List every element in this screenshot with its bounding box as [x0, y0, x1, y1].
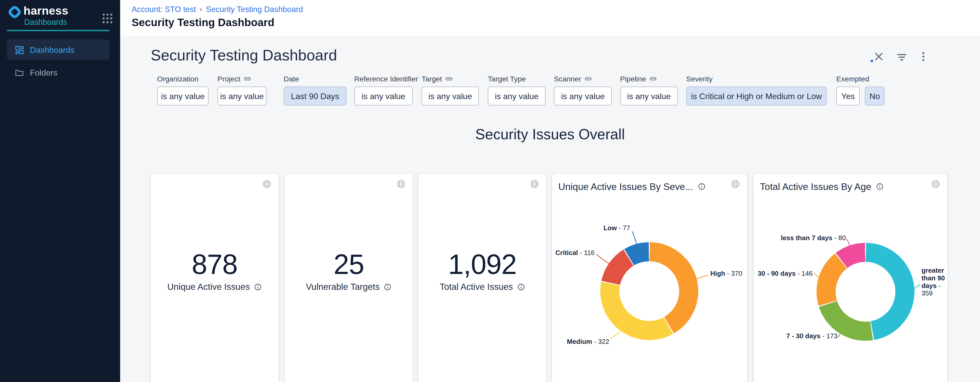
- brand-name: harness: [24, 4, 68, 17]
- breadcrumb-chevron-icon: ›: [200, 5, 202, 13]
- kebab-menu-icon[interactable]: [918, 51, 929, 62]
- link-icon: [584, 75, 592, 83]
- stat-label: Unique Active Issues: [167, 282, 250, 292]
- stat-value: 25: [285, 249, 413, 281]
- sidebar-item-label: Folders: [30, 68, 57, 77]
- filter-label: Organization: [157, 75, 199, 83]
- sidebar-item-folders[interactable]: Folders: [7, 62, 109, 82]
- filter-date: Date Last 90 Days: [283, 74, 347, 106]
- app-grid-icon[interactable]: [102, 13, 113, 24]
- slice-label-30-90-days: 30 - 90 days - 146: [758, 269, 813, 277]
- link-icon: [243, 75, 251, 83]
- breadcrumb-current-link[interactable]: Security Testing Dashboard: [206, 5, 303, 14]
- module-label: Dashboards: [24, 18, 67, 27]
- age-donut-chart[interactable]: [816, 243, 915, 341]
- filter-value-chip[interactable]: is any value: [554, 87, 612, 106]
- brand-header: harness Dashboards: [7, 3, 115, 29]
- breadcrumb-account-link[interactable]: Account: STO test: [132, 5, 196, 14]
- chart-card-issues-by-age: Total Active Issues By Age less than 7 d…: [754, 174, 947, 382]
- breadcrumb: Account: STO test › Security Testing Das…: [132, 5, 303, 14]
- slice-label-greater-than-90-days: greater than 90 days - 359: [921, 266, 945, 297]
- filter-organization: Organization is any value: [157, 74, 208, 106]
- filter-pipeline: Pipeline is any value: [620, 74, 678, 106]
- globe-icon[interactable]: [530, 179, 539, 189]
- sidebar-item-dashboards[interactable]: Dashboards: [7, 40, 109, 60]
- dashboard-content: Security Testing Dashboard Organization …: [120, 36, 980, 382]
- filter-value-chip[interactable]: is any value: [354, 87, 413, 106]
- info-icon[interactable]: [697, 182, 706, 191]
- stat-label: Total Active Issues: [440, 282, 513, 292]
- info-icon[interactable]: [876, 182, 884, 191]
- chart-title: Unique Active Issues By Seve...: [558, 181, 693, 192]
- slice-label-critical: Critical - 116: [555, 249, 595, 256]
- filter-value-chip[interactable]: is any value: [157, 87, 208, 106]
- filter-icon[interactable]: [896, 51, 907, 63]
- dashboards-icon: [14, 45, 24, 54]
- slice-label-7-30-days: 7 - 30 days - 173: [786, 332, 838, 339]
- stat-value: 1,092: [418, 249, 546, 281]
- stat-card-total-active-issues: 1,092 Total Active Issues: [418, 174, 546, 382]
- filter-label: Exempted: [836, 75, 869, 83]
- slice-label-medium: Medium - 322: [567, 338, 609, 345]
- filter-label: Target Type: [488, 75, 526, 83]
- top-bar: Account: STO test › Security Testing Das…: [120, 0, 980, 36]
- filter-label: Project: [218, 75, 240, 83]
- cursor-dot: [871, 60, 873, 62]
- stat-card-unique-active-issues: 878 Unique Active Issues: [151, 174, 278, 382]
- link-icon: [445, 75, 453, 83]
- filter-value-chip[interactable]: is any value: [488, 87, 546, 106]
- slice-label-low: Low - 77: [603, 224, 630, 231]
- filter-target-type: Target Type is any value: [488, 74, 546, 106]
- harness-logo-icon: [8, 5, 22, 19]
- filter-severity: Severity is Critical or High or Medium o…: [686, 74, 827, 106]
- stat-value: 878: [151, 249, 278, 281]
- filter-value-chip[interactable]: is Critical or High or Medium or Low: [686, 87, 827, 106]
- chart-title: Total Active Issues By Age: [760, 181, 872, 192]
- close-icon[interactable]: [873, 51, 885, 62]
- info-icon[interactable]: [383, 283, 391, 291]
- info-icon[interactable]: [517, 283, 525, 291]
- filter-scanner: Scanner is any value: [554, 74, 612, 106]
- filter-reference-identifier: Reference Identifier is any value: [354, 74, 418, 106]
- filter-exempted: Exempted Yes No: [836, 74, 885, 106]
- globe-icon[interactable]: [262, 179, 272, 189]
- filter-value-chip[interactable]: Last 90 Days: [283, 87, 347, 106]
- filter-project: Project is any value: [218, 74, 266, 106]
- stat-label: Vulnerable Targets: [306, 282, 380, 292]
- sidebar-divider: [7, 30, 109, 31]
- filter-target: Target is any value: [422, 74, 479, 106]
- slice-label-high: High - 370: [710, 269, 742, 277]
- filter-value-chip[interactable]: is any value: [422, 87, 479, 106]
- severity-donut-chart[interactable]: [600, 242, 698, 340]
- filter-label: Pipeline: [620, 75, 646, 83]
- filter-label: Reference Identifier: [354, 75, 418, 83]
- page-title: Security Testing Dashboard: [132, 17, 274, 29]
- filter-label: Target: [422, 75, 442, 83]
- dashboard-title: Security Testing Dashboard: [151, 46, 337, 64]
- stat-card-vulnerable-targets: 25 Vulnerable Targets: [285, 174, 413, 382]
- globe-icon[interactable]: [931, 179, 940, 189]
- link-icon: [649, 75, 657, 83]
- filter-value-chip[interactable]: is any value: [620, 87, 678, 106]
- exempted-yes-button[interactable]: Yes: [836, 87, 860, 106]
- sidebar: harness Dashboards Dashboards Folders: [0, 0, 120, 382]
- globe-icon[interactable]: [731, 179, 740, 189]
- globe-icon[interactable]: [396, 179, 406, 189]
- slice-label-less-than-7-days: less than 7 days - 80: [781, 234, 846, 242]
- filter-label: Severity: [686, 75, 713, 83]
- filter-label: Date: [283, 75, 299, 83]
- folder-icon: [14, 68, 24, 77]
- info-icon[interactable]: [254, 283, 262, 291]
- sidebar-item-label: Dashboards: [30, 45, 75, 54]
- section-title: Security Issues Overall: [120, 126, 980, 143]
- filter-value-chip[interactable]: is any value: [218, 87, 266, 106]
- exempted-no-button[interactable]: No: [865, 87, 885, 106]
- filter-label: Scanner: [554, 75, 581, 83]
- chart-card-issues-by-severity: Unique Active Issues By Seve... Low - 77…: [552, 174, 747, 382]
